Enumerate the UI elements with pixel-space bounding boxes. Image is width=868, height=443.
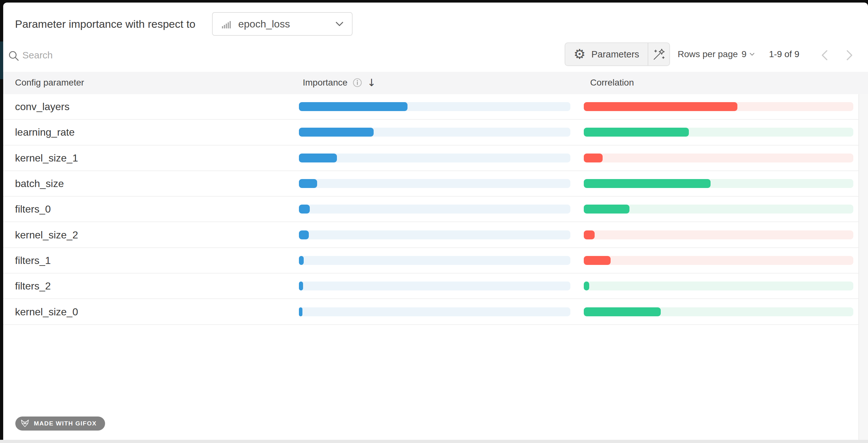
param-name: kernel_size_1 xyxy=(15,152,78,164)
importance-bar-track xyxy=(299,256,570,265)
importance-bar-fill xyxy=(299,230,309,240)
correlation-bar-track xyxy=(584,282,853,290)
table-header: Config parameter Importance ↓ Correlatio… xyxy=(3,72,868,94)
correlation-bar-track xyxy=(584,154,853,162)
importance-bar-track xyxy=(299,230,570,240)
correlation-bar-fill xyxy=(584,204,629,214)
correlation-bar-fill xyxy=(584,256,611,265)
rows-per-page-select[interactable]: 9 xyxy=(742,49,755,59)
correlation-bar-track xyxy=(584,307,853,316)
table-row[interactable]: filters_0 xyxy=(3,197,868,222)
importance-bar-fill xyxy=(299,204,310,214)
parameter-importance-panel: Parameter importance with respect to epo… xyxy=(3,3,868,440)
chevron-right-icon xyxy=(846,49,853,61)
table-row[interactable]: conv_layers xyxy=(3,94,868,120)
panel-title: Parameter importance with respect to xyxy=(15,18,195,30)
table-row[interactable]: learning_rate xyxy=(3,120,868,145)
importance-bar-track xyxy=(299,154,570,162)
param-name: kernel_size_0 xyxy=(15,306,78,318)
table-row[interactable]: kernel_size_0 xyxy=(3,299,868,325)
table-row[interactable]: filters_1 xyxy=(3,248,868,274)
table-row[interactable]: kernel_size_2 xyxy=(3,222,868,248)
magic-wand-button[interactable] xyxy=(648,43,669,65)
column-header-correlation: Correlation xyxy=(590,77,634,88)
badge-label: MADE WITH GIFOX xyxy=(34,420,97,427)
importance-bar-fill xyxy=(299,282,303,290)
importance-bar-fill xyxy=(299,256,304,265)
importance-bar-track xyxy=(299,204,570,214)
correlation-bar-track xyxy=(584,102,853,111)
param-name: kernel_size_2 xyxy=(15,229,78,241)
importance-bar-track xyxy=(299,102,570,111)
column-header-importance[interactable]: Importance ↓ xyxy=(303,77,376,88)
fox-icon xyxy=(21,419,29,428)
parameters-button[interactable]: ⚙ Parameters xyxy=(565,43,648,65)
correlation-bar-fill xyxy=(584,179,711,188)
importance-bar-track xyxy=(299,179,570,188)
table-row[interactable]: filters_2 xyxy=(3,274,868,299)
next-page-button[interactable] xyxy=(844,48,855,63)
correlation-bar-fill xyxy=(584,230,595,240)
importance-bar-track xyxy=(299,307,570,316)
importance-bar-fill xyxy=(299,154,337,162)
rows-per-page-label: Rows per page xyxy=(678,49,738,59)
pagination-range: 1-9 of 9 xyxy=(769,49,799,59)
window-bottom-edge xyxy=(0,440,868,443)
column-header-config-parameter: Config parameter xyxy=(15,77,84,88)
correlation-bar-fill xyxy=(584,307,661,316)
param-name: learning_rate xyxy=(15,126,75,138)
background-accent xyxy=(0,41,3,79)
importance-header-label: Importance xyxy=(303,77,347,88)
importance-bar-fill xyxy=(299,102,407,111)
made-with-gifox-badge[interactable]: MADE WITH GIFOX xyxy=(15,416,105,431)
metric-dropdown[interactable]: epoch_loss xyxy=(212,12,352,36)
importance-bar-fill xyxy=(299,307,303,316)
bar-chart-icon xyxy=(221,19,232,29)
correlation-bar-track xyxy=(584,179,853,188)
table-row[interactable]: batch_size xyxy=(3,171,868,197)
previous-page-button[interactable] xyxy=(819,48,830,63)
correlation-bar-fill xyxy=(584,282,589,290)
correlation-bar-track xyxy=(584,230,853,240)
magic-wand-icon xyxy=(652,47,666,61)
table-row[interactable]: kernel_size_1 xyxy=(3,146,868,171)
chevron-down-small-icon xyxy=(749,53,755,56)
param-name: batch_size xyxy=(15,178,64,190)
correlation-bar-fill xyxy=(584,102,737,111)
importance-bar-track xyxy=(299,128,570,136)
scrollbar-gutter xyxy=(859,94,868,440)
search-icon xyxy=(8,50,20,62)
rows-per-page-value: 9 xyxy=(742,49,747,59)
param-name: conv_layers xyxy=(15,101,70,113)
param-name: filters_0 xyxy=(15,203,51,215)
correlation-bar-track xyxy=(584,256,853,265)
importance-bar-fill xyxy=(299,179,317,188)
metric-dropdown-value: epoch_loss xyxy=(238,18,290,30)
sort-descending-icon[interactable]: ↓ xyxy=(367,77,376,88)
info-icon[interactable] xyxy=(352,78,362,88)
importance-bar-track xyxy=(299,282,570,290)
chevron-down-icon xyxy=(335,21,344,27)
param-name: filters_2 xyxy=(15,280,51,292)
importance-bar-fill xyxy=(299,128,374,136)
correlation-bar-fill xyxy=(584,128,689,136)
table-body: conv_layers learning_rate kernel_size_1 … xyxy=(3,94,868,325)
correlation-bar-track xyxy=(584,204,853,214)
chevron-left-icon xyxy=(821,49,828,61)
parameters-button-label: Parameters xyxy=(591,49,639,60)
table-controls-button-group: ⚙ Parameters xyxy=(565,42,670,66)
search-input[interactable] xyxy=(22,47,502,63)
correlation-bar-fill xyxy=(584,154,602,162)
correlation-bar-track xyxy=(584,128,853,136)
gear-icon: ⚙ xyxy=(574,48,586,61)
param-name: filters_1 xyxy=(15,254,51,266)
